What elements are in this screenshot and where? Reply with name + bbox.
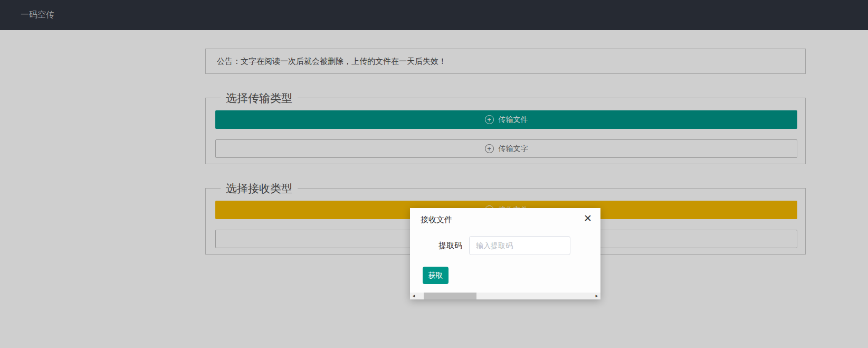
code-label: 提取码 [410, 241, 469, 251]
close-icon[interactable]: ✕ [584, 212, 592, 224]
modal-title: 接收文件 [421, 215, 452, 224]
receive-file-modal: 接收文件 ✕ 提取码 获取 ◄ ► [410, 208, 600, 299]
get-button[interactable]: 获取 [423, 267, 449, 284]
scrollbar-thumb[interactable] [424, 293, 476, 299]
modal-horizontal-scrollbar[interactable]: ◄ ► [410, 293, 600, 299]
code-input[interactable] [469, 236, 570, 255]
scroll-left-icon[interactable]: ◄ [410, 293, 417, 299]
modal-header: 接收文件 ✕ [410, 208, 600, 225]
scroll-right-icon[interactable]: ► [593, 293, 600, 299]
extraction-code-form: 提取码 [410, 236, 600, 255]
